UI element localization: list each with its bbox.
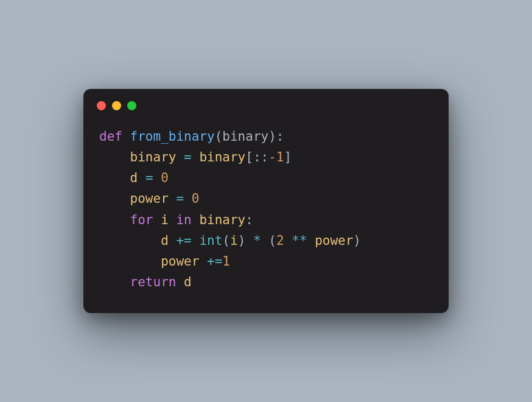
code-token: ( [215, 129, 223, 144]
code-token: binary [222, 129, 268, 144]
code-token: d [161, 233, 176, 248]
code-line: power = 0 [99, 188, 433, 209]
code-token: def [99, 129, 130, 144]
code-token: power [161, 254, 207, 269]
code-token: += [176, 233, 199, 248]
code-token: binary [130, 150, 184, 164]
code-token: d [184, 275, 192, 289]
code-token: = [176, 191, 191, 206]
code-token: return [130, 275, 184, 289]
code-token: i [161, 213, 176, 227]
code-token: 1 [222, 254, 230, 269]
code-line: d = 0 [99, 168, 433, 188]
code-token: int [199, 233, 222, 248]
code-token: += [207, 254, 222, 269]
code-token: power [315, 233, 353, 248]
code-window: def from_binary(binary): binary = binary… [83, 89, 449, 312]
code-token: in [176, 213, 199, 227]
code-line: d += int(i) * (2 ** power) [99, 230, 433, 251]
code-token: ) [238, 233, 253, 248]
code-token: ** [292, 233, 315, 248]
code-line: def from_binary(binary): [99, 126, 433, 147]
code-token: ( [222, 233, 230, 248]
code-line: return d [99, 272, 433, 292]
code-token: * [253, 233, 268, 248]
code-token: 2 [276, 233, 292, 248]
code-block: def from_binary(binary): binary = binary… [83, 115, 449, 312]
code-line: for i in binary: [99, 210, 433, 230]
minimize-icon[interactable] [112, 101, 121, 110]
zoom-icon[interactable] [127, 101, 136, 110]
code-token: d [130, 171, 145, 185]
code-token: binary [199, 150, 245, 164]
close-icon[interactable] [97, 101, 106, 110]
code-token: = [145, 171, 161, 185]
code-token: ] [284, 150, 292, 164]
code-token: ) [353, 233, 361, 248]
code-token: binary [199, 213, 245, 227]
code-token: : [245, 213, 253, 227]
code-line: power +=1 [99, 251, 433, 272]
code-token: from_binary [130, 129, 215, 144]
code-token: for [130, 213, 161, 227]
code-token: ): [268, 129, 284, 144]
code-token: power [130, 191, 177, 206]
code-token: i [230, 233, 238, 248]
code-token: ( [268, 233, 276, 248]
code-token: 0 [161, 171, 169, 185]
code-token: -1 [268, 150, 284, 164]
code-token: [:: [245, 150, 268, 164]
code-token: = [184, 150, 199, 164]
titlebar [83, 89, 449, 115]
code-line: binary = binary[::-1] [99, 147, 433, 168]
code-token: 0 [192, 191, 200, 206]
